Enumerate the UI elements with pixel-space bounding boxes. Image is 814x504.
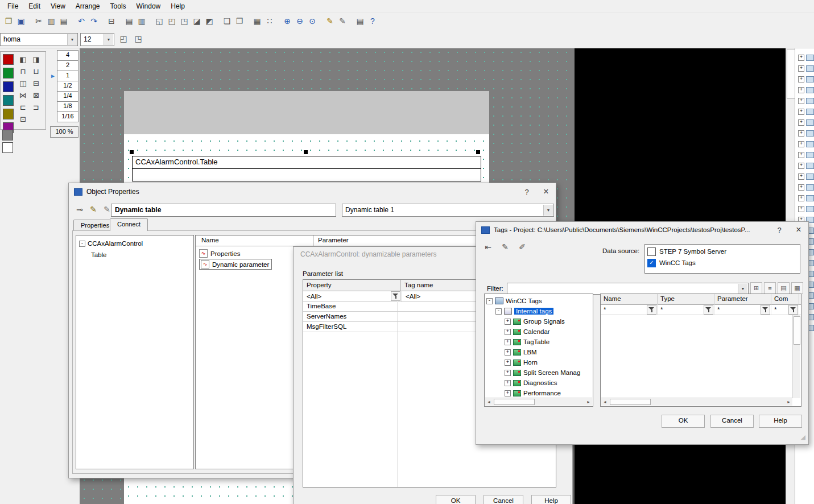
help-pointer-icon[interactable]: ? (366, 15, 379, 27)
expand-icon[interactable]: + (505, 319, 511, 325)
scroll-left-icon[interactable]: ◄ (485, 399, 493, 406)
save-icon[interactable]: ▣ (15, 15, 27, 27)
same-size-icon[interactable]: ⊡ (16, 113, 30, 125)
expand-icon[interactable]: + (798, 87, 804, 93)
data-source-option[interactable]: ✓WinCC Tags (647, 258, 800, 267)
distribute-horizontal-icon[interactable]: ⋈ (16, 89, 30, 101)
dynamic-wizard-icon[interactable]: ✎ (324, 15, 336, 27)
menu-edit[interactable]: Edit (23, 1, 46, 11)
same-width-icon[interactable]: ⊏ (16, 101, 30, 113)
color-swatch-navy[interactable] (3, 81, 14, 92)
same-height-icon[interactable]: ⊐ (30, 101, 43, 113)
bring-to-front-icon[interactable]: ◩ (203, 15, 216, 27)
cancel-button[interactable]: Cancel (710, 415, 754, 428)
filter-combo[interactable]: ▼ (507, 283, 749, 295)
menu-help[interactable]: Help (166, 1, 190, 11)
scroll-left-icon[interactable]: ◄ (601, 399, 609, 406)
expand-icon[interactable]: + (505, 370, 511, 376)
filter-funnel-icon[interactable] (704, 305, 713, 315)
layer-2-icon[interactable]: ◳ (178, 15, 191, 27)
tree-row[interactable]: + (795, 150, 814, 160)
expand-icon[interactable]: + (505, 339, 511, 345)
tree-row[interactable]: + (795, 74, 814, 85)
rotate-object-icon[interactable]: ◰ (117, 32, 130, 45)
font-family-combo[interactable]: homa ▼ (0, 33, 78, 46)
copy-icon[interactable]: ▥ (45, 15, 57, 27)
color-swatch-white[interactable] (2, 142, 13, 153)
details-view-icon[interactable]: ▦ (791, 282, 803, 294)
layer-0-icon[interactable]: ◱ (153, 15, 166, 27)
chevron-down-icon[interactable]: ▼ (104, 34, 113, 45)
center-vertical-icon[interactable]: ⊟ (30, 77, 43, 89)
tree-row[interactable]: + (795, 204, 814, 214)
filter-funnel-icon[interactable] (761, 305, 770, 315)
help-titlebar-button[interactable]: ? (770, 222, 789, 238)
expand-icon[interactable]: + (798, 141, 804, 147)
menu-arrange[interactable]: Arrange (71, 1, 105, 11)
zoom-level-1-2[interactable]: 1/2 (57, 81, 78, 92)
cancel-button[interactable]: Cancel (484, 495, 523, 504)
zoom-level-1-16[interactable]: 1/16 (57, 111, 78, 122)
collapse-icon[interactable]: - (486, 298, 493, 304)
tree-row[interactable]: + (795, 139, 814, 150)
align-top-icon[interactable]: ⊓ (16, 65, 30, 77)
undo-icon[interactable]: ↶ (75, 15, 88, 27)
library-catalog-icon[interactable]: ▤ (354, 15, 366, 27)
expand-icon[interactable]: + (798, 119, 804, 126)
data-source-option[interactable]: STEP 7 Symbol Server (647, 247, 800, 256)
grid-icon[interactable]: ▦ (251, 15, 263, 27)
print-icon[interactable]: ⊟ (105, 15, 118, 27)
scrollbar-thumb[interactable] (610, 399, 651, 405)
tree-item[interactable]: +Diagnostics (505, 378, 592, 388)
align-left-icon[interactable]: ◧ (16, 53, 30, 65)
container-view-icon[interactable]: ⇤ (482, 241, 494, 253)
tree-row[interactable]: + (795, 182, 814, 193)
tree-row[interactable]: + (795, 117, 814, 128)
resize-grip[interactable]: ◢ (801, 433, 805, 441)
layer-1-icon[interactable]: ◰ (166, 15, 178, 27)
tree-horizontal-scrollbar[interactable]: ◄ ► (485, 398, 592, 406)
tree-item[interactable]: +TagTable (505, 337, 592, 347)
distribute-vertical-icon[interactable]: ⊠ (30, 89, 43, 101)
filter-cell[interactable]: * (714, 304, 771, 315)
expand-icon[interactable]: + (505, 390, 511, 396)
selection-handle[interactable] (130, 150, 134, 154)
expand-icon[interactable]: + (798, 195, 804, 201)
edit-tag-icon[interactable]: ✎ (499, 241, 511, 253)
column-header-parameter[interactable]: Parameter (714, 294, 771, 304)
tree-row[interactable]: + (795, 160, 814, 171)
tags-table-panel[interactable]: NameTypeParameterCom **** ◄ ► (600, 294, 801, 407)
selection-handle[interactable] (476, 150, 480, 154)
expand-icon[interactable]: + (798, 130, 804, 137)
tree-row[interactable]: + (795, 63, 814, 74)
expand-icon[interactable]: + (798, 109, 804, 115)
filter-funnel-icon[interactable] (647, 305, 656, 315)
tree-child-label[interactable]: Table (91, 251, 107, 258)
align-right-icon[interactable]: ◨ (30, 53, 43, 65)
checkbox-checked[interactable]: ✓ (647, 259, 656, 267)
scroll-right-icon[interactable]: ► (585, 399, 592, 406)
close-icon[interactable]: × (536, 183, 556, 200)
tagname-filter-value[interactable]: <All> (406, 293, 420, 300)
align-bottom-icon[interactable]: ⊔ (30, 65, 43, 77)
filter-cell[interactable]: * (771, 304, 799, 315)
menu-view[interactable]: View (46, 1, 71, 11)
scrollbar-thumb[interactable] (494, 399, 535, 405)
chevron-down-icon[interactable]: ▼ (738, 284, 747, 294)
close-icon[interactable]: × (789, 222, 808, 238)
checkbox-unchecked[interactable] (647, 247, 656, 256)
column-header-name[interactable]: Name (601, 294, 658, 304)
zoom-out-icon[interactable]: ⊖ (294, 15, 306, 27)
redo-icon[interactable]: ↷ (88, 15, 100, 27)
zoom-level-1[interactable]: 1 (57, 71, 78, 81)
expand-icon[interactable]: + (798, 206, 804, 212)
color-swatch-red[interactable] (3, 54, 14, 65)
expand-icon[interactable]: + (798, 152, 804, 158)
chevron-down-icon[interactable]: ▼ (543, 205, 553, 216)
property-filter-value[interactable]: <All> (307, 293, 321, 300)
zoom-level-1-4[interactable]: 1/4 (57, 91, 78, 102)
selection-handle[interactable] (304, 150, 308, 154)
tile-windows-icon[interactable]: ❐ (233, 15, 246, 27)
expand-icon[interactable]: + (505, 380, 511, 386)
collapse-icon[interactable]: - (79, 241, 85, 247)
